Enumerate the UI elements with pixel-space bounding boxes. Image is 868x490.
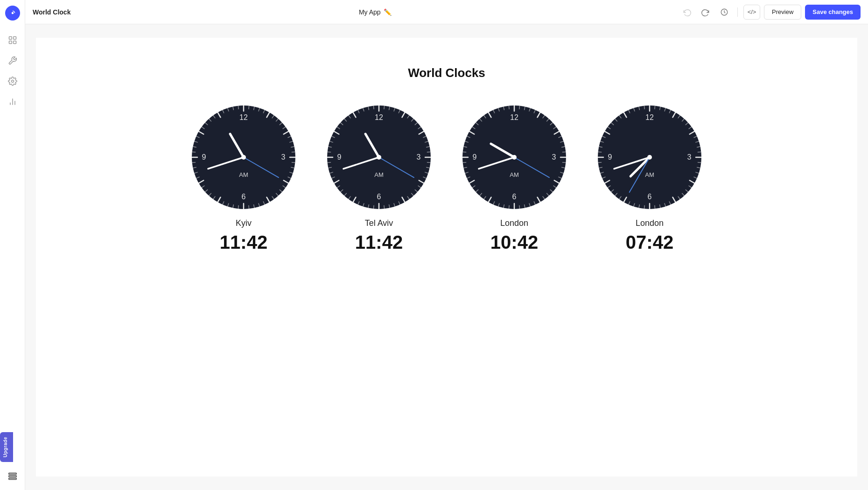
svg-text:AM: AM bbox=[239, 171, 248, 178]
svg-text:3: 3 bbox=[281, 153, 286, 161]
svg-rect-10 bbox=[8, 473, 16, 475]
svg-text:12: 12 bbox=[645, 113, 654, 121]
svg-rect-3 bbox=[13, 37, 16, 40]
redo-button[interactable] bbox=[698, 5, 713, 20]
svg-line-16 bbox=[249, 106, 249, 109]
svg-line-199 bbox=[463, 162, 466, 163]
topbar-left: World Clock bbox=[33, 8, 70, 16]
clock-face: 12369 AM bbox=[596, 104, 703, 211]
clock-item: 12369 AM London10:42 bbox=[461, 104, 568, 253]
svg-line-241 bbox=[698, 162, 701, 163]
svg-line-226 bbox=[655, 106, 655, 109]
svg-text:9: 9 bbox=[202, 153, 206, 161]
svg-point-222 bbox=[512, 155, 517, 160]
svg-line-254 bbox=[655, 205, 655, 209]
svg-line-256 bbox=[644, 205, 644, 209]
svg-text:6: 6 bbox=[648, 193, 652, 201]
svg-line-269 bbox=[598, 162, 602, 163]
svg-line-171 bbox=[562, 162, 566, 163]
svg-text:6: 6 bbox=[242, 193, 246, 201]
app-name-label: My App bbox=[359, 8, 381, 16]
clock-face: 12369 AM bbox=[325, 104, 433, 211]
svg-line-239 bbox=[698, 152, 701, 152]
topbar-divider bbox=[737, 7, 738, 17]
svg-line-46 bbox=[238, 205, 238, 209]
clock-item: 12369 AM Tel Aviv11:42 bbox=[325, 104, 433, 253]
sidebar: Upgrade bbox=[0, 0, 25, 490]
clocks-row: 12369 AM Kyiv11:42 12369 AM Tel Aviv11:4… bbox=[190, 104, 703, 253]
clock-time: 11:42 bbox=[355, 232, 403, 253]
page-title: World Clocks bbox=[408, 66, 485, 80]
svg-text:3: 3 bbox=[687, 153, 692, 161]
svg-rect-4 bbox=[9, 41, 12, 44]
svg-text:6: 6 bbox=[512, 193, 517, 201]
svg-line-144 bbox=[373, 106, 374, 109]
svg-line-201 bbox=[463, 152, 466, 152]
grid-icon[interactable] bbox=[3, 31, 22, 49]
svg-text:AM: AM bbox=[374, 171, 384, 178]
svg-line-184 bbox=[519, 205, 520, 209]
svg-line-116 bbox=[373, 205, 374, 209]
svg-line-61 bbox=[192, 152, 196, 152]
svg-point-292 bbox=[647, 155, 652, 160]
clock-city: London bbox=[500, 218, 528, 228]
code-button[interactable]: </> bbox=[743, 5, 760, 20]
svg-line-131 bbox=[328, 152, 331, 152]
undo-button[interactable] bbox=[679, 5, 694, 20]
svg-text:9: 9 bbox=[608, 153, 612, 161]
clock-time: 10:42 bbox=[490, 232, 538, 253]
svg-line-271 bbox=[598, 152, 602, 152]
canvas-area: World Clocks 12369 AM Kyiv11:42 12369 AM… bbox=[25, 24, 868, 490]
svg-line-31 bbox=[292, 162, 295, 163]
clock-city: Kyiv bbox=[236, 218, 252, 228]
clock-face: 12369 AM bbox=[461, 104, 568, 211]
settings-icon[interactable] bbox=[3, 72, 22, 91]
svg-text:6: 6 bbox=[377, 193, 381, 201]
svg-line-114 bbox=[384, 205, 385, 209]
svg-rect-12 bbox=[8, 478, 16, 480]
svg-rect-5 bbox=[13, 41, 16, 44]
svg-point-82 bbox=[241, 155, 246, 160]
svg-point-1 bbox=[11, 12, 14, 14]
clock-time: 11:42 bbox=[220, 232, 267, 253]
clock-item: 12369 AM Kyiv11:42 bbox=[190, 104, 297, 253]
svg-line-101 bbox=[427, 162, 430, 163]
clock-city: Tel Aviv bbox=[365, 218, 393, 228]
tools-icon[interactable] bbox=[3, 51, 22, 70]
history-button[interactable] bbox=[717, 5, 732, 20]
svg-line-86 bbox=[384, 106, 385, 109]
svg-line-29 bbox=[292, 152, 295, 152]
svg-text:9: 9 bbox=[337, 153, 342, 161]
svg-line-44 bbox=[249, 205, 249, 209]
svg-point-152 bbox=[377, 155, 381, 160]
svg-line-156 bbox=[519, 106, 520, 109]
svg-line-186 bbox=[509, 205, 509, 209]
svg-text:AM: AM bbox=[645, 171, 654, 178]
upgrade-button[interactable]: Upgrade bbox=[0, 432, 13, 462]
app-title: World Clock bbox=[33, 8, 70, 16]
menu-icon[interactable] bbox=[3, 467, 22, 485]
analytics-icon[interactable] bbox=[3, 92, 22, 111]
svg-line-284 bbox=[644, 106, 644, 109]
svg-text:3: 3 bbox=[417, 153, 421, 161]
canvas-content: World Clocks 12369 AM Kyiv11:42 12369 AM… bbox=[36, 38, 857, 476]
svg-line-74 bbox=[238, 106, 238, 109]
svg-line-169 bbox=[562, 152, 566, 152]
main-panel: World Clock My App ✏️ bbox=[25, 0, 868, 490]
svg-point-6 bbox=[11, 80, 14, 83]
svg-text:9: 9 bbox=[473, 153, 477, 161]
svg-rect-11 bbox=[8, 476, 16, 477]
app-logo[interactable] bbox=[5, 6, 20, 21]
topbar: World Clock My App ✏️ bbox=[25, 0, 868, 24]
svg-line-59 bbox=[192, 162, 196, 163]
preview-button[interactable]: Preview bbox=[764, 5, 801, 20]
svg-text:AM: AM bbox=[510, 171, 519, 178]
save-changes-button[interactable]: Save changes bbox=[805, 5, 861, 20]
svg-text:12: 12 bbox=[375, 113, 383, 121]
svg-text:3: 3 bbox=[552, 153, 556, 161]
svg-line-214 bbox=[509, 106, 509, 109]
topbar-right: </> Preview Save changes bbox=[679, 5, 861, 20]
svg-rect-2 bbox=[9, 37, 12, 40]
svg-text:12: 12 bbox=[510, 113, 518, 121]
edit-app-name-icon[interactable]: ✏️ bbox=[384, 8, 392, 16]
